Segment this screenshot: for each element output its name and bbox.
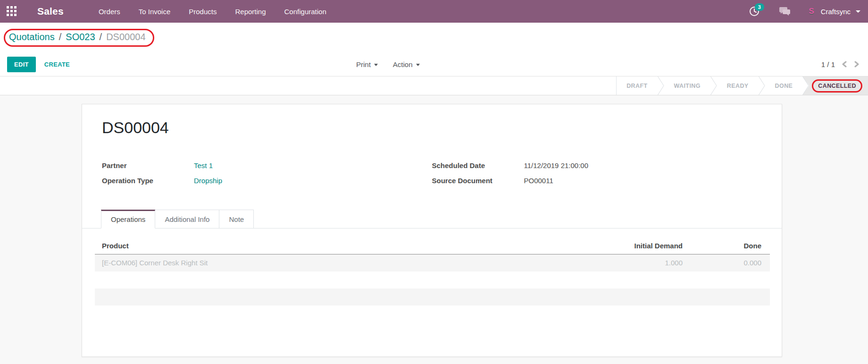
tab-operations[interactable]: Operations (101, 210, 155, 229)
user-menu[interactable]: S Craftsync (807, 7, 860, 17)
column-product: Product (95, 239, 541, 254)
breadcrumb-order-link[interactable]: SO023 (66, 32, 95, 42)
breadcrumb-current: DS00004 (106, 32, 145, 42)
scheduled-date-label: Scheduled Date (432, 161, 524, 169)
operation-type-value-link[interactable]: Dropship (194, 177, 222, 185)
form-sheet: DS00004 Partner Test 1 Operation Type Dr… (82, 104, 782, 357)
record-title: DS00004 (102, 119, 762, 137)
source-document-value: PO00011 (524, 177, 553, 185)
empty-row (95, 288, 770, 305)
notebook-tabs: Operations Additional Info Note (82, 210, 782, 229)
breadcrumb-separator: / (59, 32, 62, 42)
menu-products[interactable]: Products (189, 8, 217, 16)
menu-reporting[interactable]: Reporting (235, 8, 266, 16)
empty-row (95, 305, 770, 322)
print-label: Print (356, 60, 371, 68)
menu-to-invoice[interactable]: To Invoice (139, 8, 171, 16)
statusbar-chevron-icon (710, 76, 717, 95)
chevron-down-icon (374, 64, 378, 66)
activity-count-badge: 3 (755, 3, 764, 11)
operation-type-label: Operation Type (102, 177, 194, 185)
action-label: Action (393, 60, 413, 68)
pager-next-icon[interactable] (854, 61, 860, 68)
cell-done: 0.000 (683, 254, 770, 271)
breadcrumb-quotations-link[interactable]: Quotations (9, 32, 55, 42)
menu-orders[interactable]: Orders (99, 8, 120, 16)
statusbar-chevron-icon (658, 76, 664, 95)
user-name: Craftsync (821, 8, 851, 16)
column-initial-demand: Initial Demand (541, 239, 683, 254)
top-navbar: Sales Orders To Invoice Products Reporti… (0, 0, 868, 23)
app-name: Sales (37, 6, 64, 17)
tab-additional-info[interactable]: Additional Info (155, 210, 219, 229)
breadcrumb: Quotations / SO023 / DS00004 (9, 32, 146, 42)
annotation-breadcrumb-highlight: Quotations / SO023 / DS00004 (4, 29, 154, 47)
create-button[interactable]: CREATE (44, 61, 70, 68)
table-row[interactable]: [E-COM06] Corner Desk Right Sit 1.000 0.… (95, 254, 770, 271)
partner-label: Partner (102, 161, 194, 169)
cell-product: [E-COM06] Corner Desk Right Sit (95, 254, 541, 271)
tab-note[interactable]: Note (219, 210, 254, 229)
statusbar-chevron-icon (802, 76, 809, 95)
breadcrumb-separator: / (100, 32, 102, 42)
annotation-cancelled-highlight: CANCELLED (812, 79, 862, 93)
statusbar: DRAFT WAITING READY DONE CANCELLED (616, 76, 868, 95)
scheduled-date-value: 11/12/2019 21:00:00 (524, 161, 589, 169)
table-header-row: Product Initial Demand Done (95, 239, 770, 254)
source-document-label: Source Document (432, 177, 524, 185)
pager-value: 1 / 1 (821, 60, 835, 68)
operations-table: Product Initial Demand Done [E-COM06] Co… (95, 239, 770, 322)
status-cancelled-active[interactable]: CANCELLED (802, 76, 868, 95)
main-menu: Orders To Invoice Products Reporting Con… (99, 8, 326, 16)
edit-button[interactable]: EDIT (7, 57, 36, 72)
pager-previous-icon[interactable] (842, 61, 847, 68)
chevron-down-icon (416, 64, 420, 66)
status-ready[interactable]: READY (717, 76, 759, 95)
status-cancelled-label: CANCELLED (818, 83, 856, 89)
action-dropdown[interactable]: Action (393, 60, 420, 68)
control-panel: Quotations / SO023 / DS00004 EDIT CREATE… (0, 23, 868, 76)
empty-row (95, 271, 770, 288)
print-dropdown[interactable]: Print (356, 60, 378, 68)
column-done: Done (683, 239, 770, 254)
menu-configuration[interactable]: Configuration (284, 8, 326, 16)
status-draft[interactable]: DRAFT (617, 76, 657, 95)
cell-initial-demand: 1.000 (541, 254, 683, 271)
status-done[interactable]: DONE (765, 76, 803, 95)
apps-grid-icon[interactable] (7, 6, 17, 17)
statusbar-chevron-icon (759, 76, 765, 95)
page-background: DS00004 Partner Test 1 Operation Type Dr… (0, 104, 868, 364)
messages-chat-icon[interactable] (779, 7, 791, 16)
statusbar-row: DRAFT WAITING READY DONE CANCELLED (0, 76, 868, 95)
user-avatar: S (807, 7, 817, 17)
partner-value-link[interactable]: Test 1 (194, 161, 213, 169)
status-waiting[interactable]: WAITING (664, 76, 710, 95)
activities-clock-icon[interactable]: 3 (749, 6, 760, 17)
user-menu-caret-icon (856, 10, 860, 13)
